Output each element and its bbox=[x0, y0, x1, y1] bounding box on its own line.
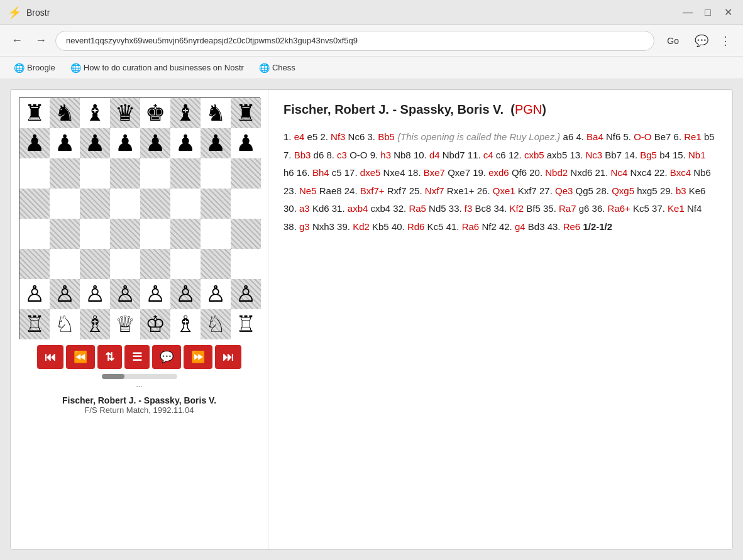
board-cell[interactable]: ♔ bbox=[140, 309, 170, 339]
board-cell[interactable]: ♟ bbox=[50, 128, 80, 158]
board-cell[interactable]: ♙ bbox=[50, 279, 80, 309]
bookmark-chess-label: Chess bbox=[272, 63, 295, 72]
url-input[interactable] bbox=[55, 31, 654, 51]
board-cell[interactable]: ♟ bbox=[170, 128, 201, 158]
more-options-button[interactable]: ⋮ bbox=[715, 31, 735, 51]
board-cell[interactable] bbox=[19, 189, 50, 219]
board-cell[interactable]: ♟ bbox=[231, 128, 261, 158]
app-title: Brostr bbox=[26, 8, 50, 18]
board-cell[interactable]: ♜ bbox=[19, 98, 50, 128]
progress-area: ... bbox=[102, 374, 177, 389]
board-cell[interactable]: ♘ bbox=[201, 309, 231, 339]
board-cell[interactable]: ♘ bbox=[50, 309, 80, 339]
board-cell[interactable] bbox=[170, 189, 201, 219]
board-cell[interactable] bbox=[50, 249, 80, 279]
board-cell[interactable] bbox=[50, 189, 80, 219]
bookmark-chess[interactable]: 🌐 Chess bbox=[253, 60, 302, 75]
board-cell[interactable]: ♞ bbox=[201, 98, 231, 128]
board-cell[interactable]: ♙ bbox=[19, 279, 50, 309]
board-cell[interactable] bbox=[19, 249, 50, 279]
game-subtitle: F/S Return Match, 1992.11.04 bbox=[62, 405, 216, 415]
board-cell[interactable]: ♖ bbox=[19, 309, 50, 339]
board-cell[interactable]: ♟ bbox=[140, 128, 170, 158]
menu-button[interactable]: ☰ bbox=[124, 345, 150, 369]
board-cell[interactable]: ♙ bbox=[110, 279, 140, 309]
board-cell[interactable] bbox=[80, 219, 110, 249]
bookmark-curation[interactable]: 🌐 How to do curation and businesses on N… bbox=[64, 60, 250, 75]
prev-button[interactable]: ⏪ bbox=[66, 345, 95, 369]
board-cell[interactable] bbox=[110, 249, 140, 279]
board-cell[interactable] bbox=[140, 249, 170, 279]
board-cell[interactable] bbox=[80, 249, 110, 279]
board-cell[interactable] bbox=[80, 189, 110, 219]
board-cell[interactable]: ♙ bbox=[201, 279, 231, 309]
board-cell[interactable]: ♜ bbox=[231, 98, 261, 128]
last-button[interactable]: ⏭ bbox=[215, 345, 241, 369]
board-cell[interactable] bbox=[170, 219, 201, 249]
progress-bar bbox=[102, 374, 177, 379]
board-cell[interactable]: ♙ bbox=[231, 279, 261, 309]
board-cell[interactable]: ♛ bbox=[110, 98, 140, 128]
board-cell[interactable]: ♙ bbox=[170, 279, 201, 309]
board-cell[interactable]: ♞ bbox=[50, 98, 80, 128]
chat-icon-button[interactable]: 💬 bbox=[691, 31, 712, 51]
board-cell[interactable]: ♕ bbox=[110, 309, 140, 339]
board-cell[interactable]: ♟ bbox=[110, 128, 140, 158]
game-heading: Fischer, Robert J. - Spassky, Boris V. (… bbox=[283, 102, 717, 117]
board-cell[interactable] bbox=[50, 158, 80, 189]
board-cell[interactable] bbox=[201, 158, 231, 189]
close-button[interactable]: ✕ bbox=[720, 5, 735, 20]
board-cell[interactable]: ♟ bbox=[19, 128, 50, 158]
go-button[interactable]: Go bbox=[659, 33, 686, 48]
board-cell[interactable]: ♙ bbox=[80, 279, 110, 309]
board-cell[interactable] bbox=[170, 158, 201, 189]
window-controls: — □ ✕ bbox=[680, 5, 735, 20]
board-cell[interactable] bbox=[231, 189, 261, 219]
pgn-link[interactable]: PGN bbox=[515, 102, 542, 116]
board-cell[interactable]: ♟ bbox=[80, 128, 110, 158]
board-cell[interactable] bbox=[50, 219, 80, 249]
board-cell[interactable] bbox=[201, 219, 231, 249]
board-cell[interactable]: ♖ bbox=[231, 309, 261, 339]
game-info: Fischer, Robert J. - Spassky, Boris V. F… bbox=[62, 395, 216, 415]
board-cell[interactable]: ♚ bbox=[140, 98, 170, 128]
board-cell[interactable] bbox=[140, 158, 170, 189]
board-cell[interactable] bbox=[201, 189, 231, 219]
board-controls: ⏮ ⏪ ⇅ ☰ 💬 ⏩ ⏭ bbox=[37, 345, 241, 369]
board-cell[interactable] bbox=[19, 219, 50, 249]
game-heading-text: Fischer, Robert J. - Spassky, Boris V. bbox=[283, 102, 504, 116]
board-cell[interactable]: ♝ bbox=[80, 98, 110, 128]
board-cell[interactable]: ♟ bbox=[201, 128, 231, 158]
board-cell[interactable] bbox=[231, 219, 261, 249]
moves-text: 1. e4 e5 2. Nf3 Nc6 3. Bb5 {This opening… bbox=[283, 128, 717, 236]
comment-button[interactable]: 💬 bbox=[152, 345, 181, 369]
maximize-button[interactable]: □ bbox=[700, 5, 715, 20]
board-cell[interactable] bbox=[110, 219, 140, 249]
board-cell[interactable] bbox=[110, 189, 140, 219]
board-cell[interactable] bbox=[19, 158, 50, 189]
board-cell[interactable]: ♝ bbox=[170, 98, 201, 128]
forward-button[interactable]: → bbox=[31, 31, 50, 50]
back-button[interactable]: ← bbox=[8, 31, 26, 50]
progress-label: ... bbox=[102, 380, 177, 389]
board-cell[interactable] bbox=[110, 158, 140, 189]
flip-button[interactable]: ⇅ bbox=[97, 345, 122, 369]
board-cell[interactable] bbox=[170, 249, 201, 279]
board-cell[interactable] bbox=[231, 158, 261, 189]
board-cell[interactable] bbox=[201, 249, 231, 279]
bookmarks-bar: 🌐 Broogle 🌐 How to do curation and busin… bbox=[0, 57, 743, 79]
next-button[interactable]: ⏩ bbox=[184, 345, 212, 369]
board-cell[interactable]: ♗ bbox=[80, 309, 110, 339]
board-cell[interactable] bbox=[140, 189, 170, 219]
chess-board: ♜♞♝♛♚♝♞♜♟♟♟♟♟♟♟♟♙♙♙♙♙♙♙♙♖♘♗♕♔♗♘♖ bbox=[19, 97, 260, 339]
board-cell[interactable]: ♗ bbox=[170, 309, 201, 339]
address-bar: ← → Go 💬 ⋮ bbox=[0, 25, 743, 57]
board-cell[interactable]: ♙ bbox=[140, 279, 170, 309]
bookmark-broogle-label: Broogle bbox=[27, 63, 55, 72]
board-cell[interactable] bbox=[231, 249, 261, 279]
board-cell[interactable] bbox=[80, 158, 110, 189]
first-button[interactable]: ⏮ bbox=[37, 345, 63, 369]
board-cell[interactable] bbox=[140, 219, 170, 249]
minimize-button[interactable]: — bbox=[680, 5, 695, 20]
bookmark-broogle[interactable]: 🌐 Broogle bbox=[8, 60, 62, 75]
